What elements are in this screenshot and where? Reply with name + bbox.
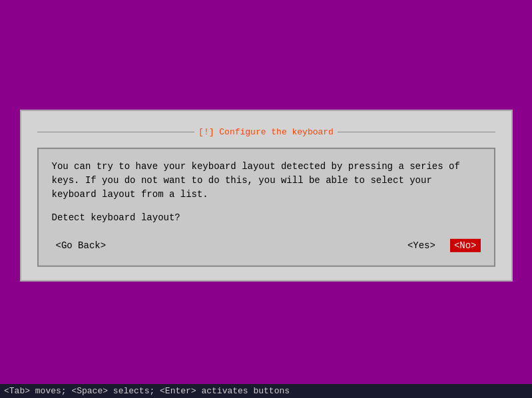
right-buttons: <Yes> <No> <box>403 239 481 252</box>
go-back-button[interactable]: <Go Back> <box>52 239 111 252</box>
dialog: [!] Configure the keyboard You can try t… <box>20 110 513 282</box>
dialog-title-row: [!] Configure the keyboard <box>37 127 495 137</box>
dialog-inner: [!] Configure the keyboard You can try t… <box>21 114 511 280</box>
yes-button[interactable]: <Yes> <box>403 239 439 252</box>
detect-prompt-text: Detect keyboard layout? <box>52 212 481 223</box>
status-bar: <Tab> moves; <Space> selects; <Enter> ac… <box>0 384 532 398</box>
title-deco-left <box>37 132 195 132</box>
dialog-body-text: You can try to have your keyboard layout… <box>52 160 481 202</box>
no-button[interactable]: <No> <box>450 239 481 252</box>
dialog-border: You can try to have your keyboard layout… <box>37 148 495 267</box>
button-row: <Go Back> <Yes> <No> <box>52 236 481 255</box>
dialog-container: [!] Configure the keyboard You can try t… <box>20 110 513 282</box>
title-deco-right <box>338 132 495 132</box>
status-bar-text: <Tab> moves; <Space> selects; <Enter> ac… <box>4 386 290 396</box>
dialog-title: [!] Configure the keyboard <box>194 127 338 137</box>
